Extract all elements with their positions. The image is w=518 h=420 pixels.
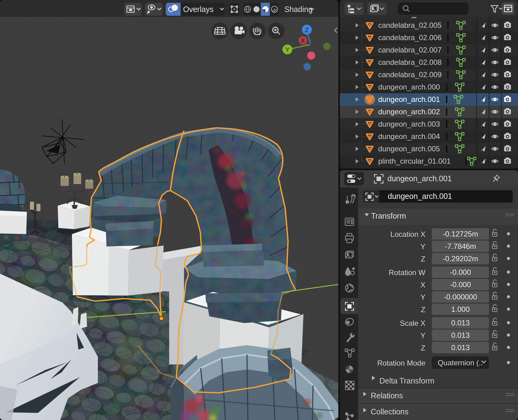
svg-text:dungeon_arch.004: dungeon_arch.004 <box>378 132 440 141</box>
svg-text:X: X <box>301 38 305 44</box>
svg-text:candelabra_02.006: candelabra_02.006 <box>378 33 442 42</box>
svg-text:dungeon_arch.003: dungeon_arch.003 <box>378 120 440 128</box>
svg-text:Y: Y <box>285 46 290 53</box>
svg-text:dungeon_arch.005: dungeon_arch.005 <box>378 145 440 153</box>
svg-text:candelabra_02.008: candelabra_02.008 <box>378 58 442 66</box>
svg-text:candelabra_02.005: candelabra_02.005 <box>378 21 442 29</box>
svg-text:Z: Z <box>305 26 309 33</box>
svg-text:dungeon_arch.000: dungeon_arch.000 <box>378 83 440 91</box>
svg-text:dungeon_arch.001: dungeon_arch.001 <box>378 95 440 103</box>
svg-text:candelabra_02.009: candelabra_02.009 <box>378 70 442 79</box>
svg-text:dungeon_arch.002: dungeon_arch.002 <box>378 107 440 116</box>
svg-text:plinth_circular_01.001: plinth_circular_01.001 <box>378 157 451 165</box>
svg-text:candelabra_02.007: candelabra_02.007 <box>378 46 442 54</box>
